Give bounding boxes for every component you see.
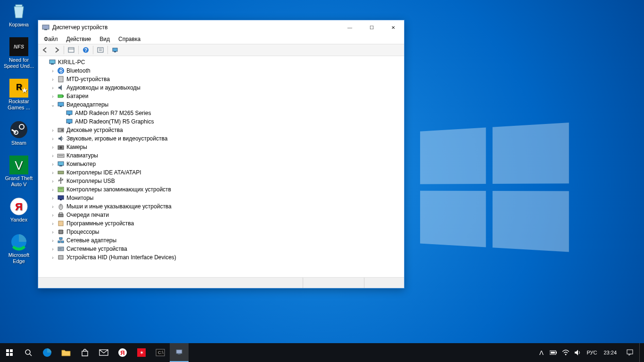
desktop-icon-label: Grand Theft Auto V — [2, 175, 36, 188]
toolbar-scan-button[interactable] — [110, 45, 120, 55]
svg-rect-49 — [59, 189, 63, 189]
tray-expand-icon[interactable]: ᐱ — [536, 343, 547, 362]
tree-node[interactable]: Контроллеры IDE ATA/ATAPI — [38, 168, 404, 177]
tree-node[interactable]: Очереди печати — [38, 211, 404, 219]
toolbar-forward-button[interactable] — [51, 45, 62, 55]
expand-icon[interactable] — [50, 203, 56, 210]
taskbar-explorer-app[interactable] — [57, 343, 75, 362]
expand-icon[interactable] — [50, 237, 56, 244]
battery-icon[interactable] — [548, 343, 559, 362]
expand-icon[interactable] — [50, 67, 56, 74]
desktop-icon-gtav[interactable]: VGrand Theft Auto V — [2, 156, 36, 188]
toolbar-show-hidden-button[interactable] — [66, 45, 76, 55]
toolbar-help-button[interactable]: ? — [81, 45, 91, 55]
expand-icon[interactable] — [50, 195, 56, 201]
expand-icon[interactable] — [50, 84, 56, 91]
tree-node[interactable]: Контроллеры USB — [38, 177, 404, 185]
desktop-icon-nfs[interactable]: NFSNeed for Speed Und... — [2, 37, 36, 69]
desktop-icon-yandex[interactable]: ЯYandex — [2, 197, 36, 223]
tree-node[interactable]: Сетевые адаптеры — [38, 236, 404, 245]
tree-node[interactable]: Bluetooth — [38, 66, 404, 75]
tree-node-label: Мониторы — [66, 195, 93, 201]
taskbar-yandex-app[interactable]: Я — [113, 343, 132, 362]
expand-icon[interactable] — [50, 220, 56, 227]
expand-icon[interactable] — [50, 135, 56, 142]
tree-node[interactable]: AMD Radeon(TM) R5 Graphics — [38, 117, 404, 126]
expand-icon[interactable] — [50, 161, 56, 167]
tree-node[interactable]: AMD Radeon R7 M265 Series — [38, 109, 404, 117]
desktop-icon-rockstar[interactable]: R★Rockstar Games ... — [2, 79, 36, 111]
tree-node[interactable]: Мониторы — [38, 194, 404, 202]
expand-icon[interactable] — [50, 76, 56, 82]
svg-text:★: ★ — [21, 86, 28, 94]
tree-node[interactable]: MTD-устройства — [38, 75, 404, 83]
taskbar-mail-app[interactable] — [94, 343, 113, 362]
toolbar-properties-button[interactable] — [95, 45, 106, 55]
svg-rect-48 — [58, 187, 64, 192]
tree-node[interactable]: KIRILL-PC — [38, 58, 404, 66]
tree-node-label: Звуковые, игровые и видеоустройства — [66, 135, 167, 142]
expand-icon[interactable] — [50, 246, 56, 252]
expand-icon[interactable] — [50, 144, 56, 150]
svg-text:Я: Я — [15, 201, 23, 213]
menu-действие[interactable]: Действие — [63, 35, 95, 43]
expand-icon[interactable] — [50, 127, 56, 133]
menu-справка[interactable]: Справка — [115, 35, 144, 43]
taskbar-store-app[interactable] — [75, 343, 94, 362]
clock[interactable]: 23:24 — [600, 350, 620, 355]
wifi-icon[interactable] — [560, 343, 571, 362]
svg-rect-21 — [98, 48, 103, 52]
system-tray: ᐱ РУС 23:24 — [536, 343, 644, 362]
tree-node[interactable]: Видеоадаптеры — [38, 100, 404, 109]
input-language[interactable]: РУС — [585, 350, 599, 355]
tree-node[interactable]: Процессоры — [38, 228, 404, 236]
expand-icon[interactable] — [50, 212, 56, 218]
taskbar-red-app-app[interactable]: ✶ — [132, 343, 151, 362]
tree-node[interactable]: Звуковые, игровые и видеоустройства — [38, 134, 404, 143]
taskbar-device-manager-app[interactable] — [170, 343, 189, 362]
expand-icon[interactable] — [50, 254, 56, 261]
svg-rect-73 — [10, 353, 13, 356]
desktop-icon-recycle-bin[interactable]: Корзина — [2, 2, 36, 28]
menu-вид[interactable]: Вид — [96, 35, 114, 43]
taskbar-edge-app[interactable] — [38, 343, 57, 362]
minimize-button[interactable]: — — [339, 20, 361, 34]
expand-icon[interactable] — [50, 93, 56, 99]
tree-node[interactable]: Мыши и иные указывающие устройства — [38, 202, 404, 211]
tree-node[interactable]: Камеры — [38, 143, 404, 151]
notifications-icon[interactable] — [621, 343, 638, 362]
tree-node[interactable]: Дисковые устройства — [38, 126, 404, 134]
menu-файл[interactable]: Файл — [40, 35, 62, 43]
tree-node[interactable]: Системные устройства — [38, 245, 404, 253]
taskbar-start-button[interactable] — [0, 343, 19, 362]
desktop-icon-steam[interactable]: Steam — [2, 120, 36, 146]
taskbar-cmd-app[interactable]: C:\ — [151, 343, 170, 362]
svg-rect-54 — [58, 214, 63, 217]
expand-icon[interactable] — [50, 186, 56, 193]
tree-node[interactable]: Устройства HID (Human Interface Devices) — [38, 253, 404, 262]
tree-node-label: Системные устройства — [66, 246, 127, 252]
collapse-icon[interactable] — [50, 101, 56, 108]
window-titlebar[interactable]: Диспетчер устройств — ☐ ✕ — [38, 20, 404, 34]
tree-node[interactable]: Компьютер — [38, 160, 404, 168]
toolbar-back-button[interactable] — [40, 45, 50, 55]
maximize-button[interactable]: ☐ — [361, 20, 382, 34]
tree-node[interactable]: Батареи — [38, 92, 404, 100]
close-button[interactable]: ✕ — [382, 20, 404, 34]
display-icon — [66, 118, 73, 125]
volume-icon[interactable] — [572, 343, 584, 362]
cpu-icon — [57, 228, 65, 236]
expand-icon[interactable] — [50, 178, 56, 184]
desktop-icon-edge[interactable]: Microsoft Edge — [2, 232, 36, 264]
tree-node[interactable]: Аудиовходы и аудиовыходы — [38, 83, 404, 92]
taskbar-search-button[interactable] — [19, 343, 38, 362]
tree-node[interactable]: Контроллеры запоминающих устройств — [38, 185, 404, 194]
expand-icon[interactable] — [50, 152, 56, 159]
expand-icon[interactable] — [50, 169, 56, 176]
show-desktop-button[interactable] — [639, 343, 642, 362]
expand-icon[interactable] — [50, 229, 56, 235]
tree-node[interactable]: Программные устройства — [38, 219, 404, 228]
device-tree[interactable]: KIRILL-PCBluetoothMTD-устройстваАудиовхо… — [38, 56, 404, 278]
tree-node[interactable]: Клавиатуры — [38, 151, 404, 160]
svg-rect-29 — [58, 76, 63, 82]
